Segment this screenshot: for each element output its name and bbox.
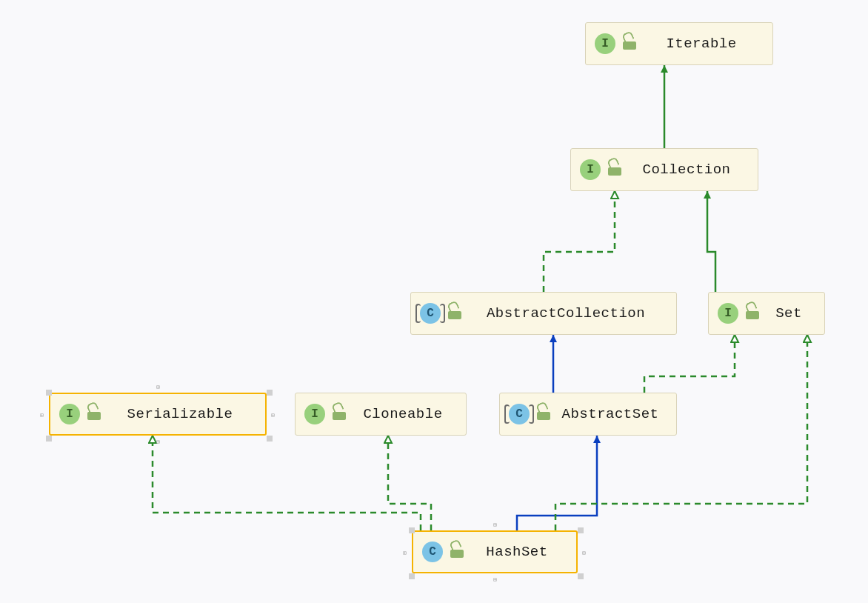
edge-hashset-to-abstractset: [517, 436, 597, 530]
class-icon: C: [422, 542, 443, 562]
unlocked-icon: [448, 307, 461, 319]
resize-handle[interactable]: [267, 436, 273, 442]
unlocked-icon: [537, 408, 550, 420]
unlocked-icon: [623, 38, 636, 50]
class-icon: C: [509, 404, 530, 424]
node-label: Serializable: [108, 406, 252, 422]
edge-set-to-collection: [707, 191, 715, 292]
interface-icon: I: [718, 303, 738, 324]
resize-handle[interactable]: [578, 527, 584, 533]
connection-point[interactable]: ⊞: [156, 439, 160, 445]
node-abstractcollection[interactable]: C AbstractCollection: [410, 292, 677, 335]
resize-handle[interactable]: [46, 390, 52, 396]
resize-handle[interactable]: [578, 573, 584, 579]
edge-abstractset-to-set: [644, 335, 735, 393]
node-serializable[interactable]: I Serializable ⊞⊞⊞⊞: [49, 393, 267, 436]
node-label: Set: [767, 305, 811, 322]
resize-handle[interactable]: [409, 573, 415, 579]
node-iterable[interactable]: I Iterable: [585, 22, 773, 65]
connection-point[interactable]: ⊞: [493, 522, 497, 528]
unlocked-icon: [87, 408, 101, 420]
connection-point[interactable]: ⊞: [156, 384, 160, 390]
node-set[interactable]: I Set: [708, 292, 825, 335]
node-label: Collection: [629, 161, 744, 178]
interface-icon: I: [304, 404, 325, 424]
node-abstractset[interactable]: C AbstractSet: [499, 393, 677, 436]
unlocked-icon: [450, 546, 464, 558]
interface-icon: I: [59, 404, 80, 424]
unlocked-icon: [608, 164, 621, 176]
resize-handle[interactable]: [267, 390, 273, 396]
class-icon: C: [420, 303, 441, 324]
interface-icon: I: [580, 159, 601, 180]
node-label: AbstractCollection: [469, 305, 663, 322]
node-label: HashSet: [471, 544, 563, 560]
node-label: Iterable: [644, 36, 759, 52]
node-label: Cloneable: [353, 406, 453, 422]
connection-point[interactable]: ⊞: [403, 550, 407, 556]
connection-point[interactable]: ⊞: [582, 550, 586, 556]
connection-point[interactable]: ⊞: [493, 576, 497, 583]
edge-hashset-to-serializable: [153, 436, 421, 530]
node-cloneable[interactable]: I Cloneable: [295, 393, 467, 436]
edge-abstractcollection-to-collection: [544, 191, 615, 292]
edge-hashset-to-cloneable: [388, 436, 431, 530]
node-collection[interactable]: I Collection: [570, 148, 758, 191]
node-hashset[interactable]: C HashSet ⊞⊞⊞⊞: [412, 530, 578, 573]
interface-icon: I: [595, 33, 615, 54]
unlocked-icon: [746, 307, 759, 319]
resize-handle[interactable]: [46, 436, 52, 442]
unlocked-icon: [333, 408, 346, 420]
connection-point[interactable]: ⊞: [40, 412, 44, 419]
connection-point[interactable]: ⊞: [271, 412, 275, 419]
node-label: AbstractSet: [558, 406, 663, 422]
resize-handle[interactable]: [409, 527, 415, 533]
